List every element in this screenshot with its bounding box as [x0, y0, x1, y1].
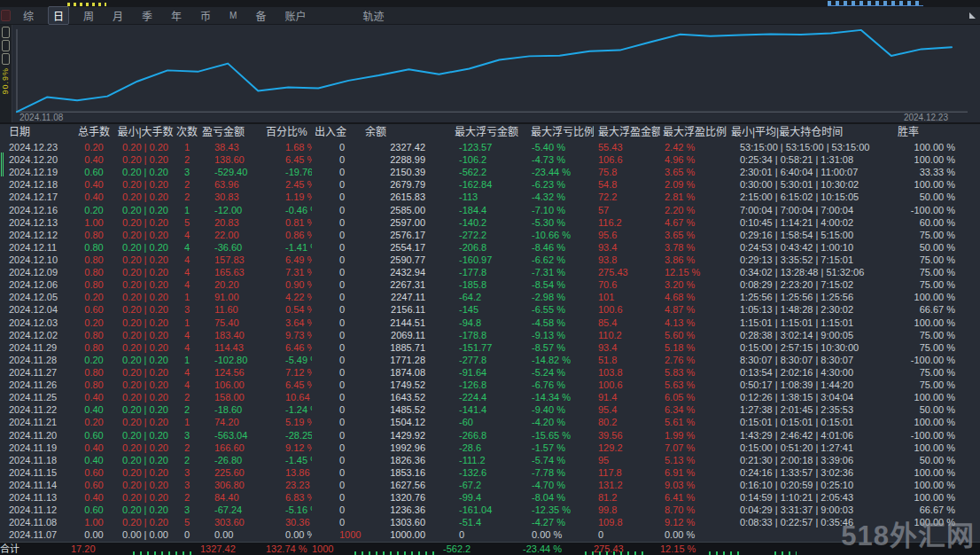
table-row[interactable]: 2024.11.070.000.00 | 0.0000.000.00 %1000… [0, 528, 980, 541]
table-row[interactable]: 2024.11.220.400.20 | 0.202-18.60-1.24 %0… [0, 403, 980, 416]
tab-trajectory[interactable]: 轨迹 [362, 8, 384, 23]
header-lots[interactable]: 总手数 [71, 124, 117, 141]
cell-max-float-profit-pct: 5.61 % [660, 416, 727, 428]
header-balance[interactable]: 余额 [363, 124, 443, 141]
cell-date: 2024.11.19 [0, 442, 71, 454]
table-row[interactable]: 2024.11.180.400.20 | 0.202-26.80-1.45 %0… [0, 454, 980, 466]
cell-max-float-loss-pct: -8.46 % [523, 241, 594, 254]
side-strip-box-1[interactable] [2, 27, 10, 38]
cell-date: 2024.11.25 [0, 391, 71, 403]
cell-win-rate: 33.33 % [882, 166, 980, 178]
table-row[interactable]: 2024.12.131.000.20 | 0.20520.830.81 %025… [0, 216, 980, 229]
toolbar-tab[interactable]: 月 [108, 7, 128, 24]
cell-date: 2024.12.20 [0, 153, 71, 166]
table-row[interactable]: 2024.12.160.200.20 | 0.201-12.00-0.46 %0… [0, 204, 980, 216]
cell-hold-time: 53:15:00 | 53:15:00 | 53:15:00 [727, 141, 882, 153]
cell-pnl: 91.00 [200, 291, 266, 303]
table-row[interactable]: 2024.12.200.400.20 | 0.202138.606.45 %02… [0, 153, 980, 166]
header-max-float-loss-pct[interactable]: 最大浮亏比例 [523, 124, 594, 141]
side-strip-box-3[interactable] [2, 53, 10, 65]
cell-win-rate: 100.00 % [882, 141, 980, 153]
header-hold-time[interactable]: 最小|平均|最大持仓时间 [727, 124, 882, 141]
cell-count: 1 [174, 141, 200, 153]
table-row[interactable]: 2024.12.100.800.20 | 0.204157.836.49 %02… [0, 254, 980, 266]
cell-win-rate: 75.00 % [882, 229, 980, 241]
table-row[interactable]: 2024.11.210.200.20 | 0.20174.205.19 %015… [0, 416, 980, 428]
cell-win-rate: 100.00 % [882, 479, 980, 491]
table-row[interactable]: 2024.11.260.800.20 | 0.204106.006.45 %01… [0, 379, 980, 391]
cell-count: 5 [174, 216, 200, 229]
table-row[interactable]: 2024.11.130.400.20 | 0.20284.406.83 %013… [0, 491, 980, 504]
cell-win-rate: 50.00 % [882, 454, 980, 466]
toolbar-tab[interactable]: 币 [196, 7, 215, 24]
table-row[interactable]: 2024.12.050.200.20 | 0.20191.004.22 %022… [0, 291, 980, 303]
table-row[interactable]: 2024.11.140.600.20 | 0.203306.8023.23 %0… [0, 479, 980, 491]
table-row[interactable]: 2024.11.290.800.20 | 0.204114.436.46 %01… [0, 341, 980, 354]
toolbar-tab[interactable]: 日 [48, 6, 69, 25]
table-row[interactable]: 2024.12.090.800.20 | 0.204165.637.31 %02… [0, 266, 980, 278]
cell-lots: 0.80 [71, 266, 117, 278]
table-row[interactable]: 2024.11.190.400.20 | 0.202166.609.12 %01… [0, 442, 980, 454]
cell-hold-time: 0:50:17 | 1:08:39 | 1:44:20 [727, 379, 882, 391]
table-row[interactable]: 2024.11.120.600.20 | 0.203-67.24-5.16 %0… [0, 504, 980, 516]
cell-max-float-profit-pct: 7.07 % [660, 442, 727, 454]
cell-max-float-loss: -51.4 [443, 516, 523, 528]
header-min-max-lots[interactable]: 最小|大手数 [117, 124, 174, 141]
table-row[interactable]: 2024.12.030.200.20 | 0.20175.403.64 %021… [0, 317, 980, 329]
table-row[interactable]: 2024.11.250.400.20 | 0.202158.0010.64 %0… [0, 391, 980, 403]
clipped-blue-link-fragment[interactable] [828, 1, 923, 6]
header-in-out[interactable]: 出入金 [312, 124, 363, 141]
header-max-float-profit-pct[interactable]: 最大浮盈比例 [660, 124, 727, 141]
side-strip-box-2[interactable] [2, 40, 10, 51]
cell-hold-time: 0:30:00 | 5:30:01 | 10:30:02 [727, 178, 882, 191]
table-row[interactable]: 2024.12.110.800.20 | 0.204-36.60-1.41 %0… [0, 241, 980, 254]
toolbar-tab[interactable]: 综 [19, 7, 38, 24]
cell-hold-time: 1:27:38 | 2:01:45 | 2:35:53 [727, 403, 882, 416]
toolbar-tab[interactable]: 备 [251, 7, 270, 24]
cell-pct: -1.45 % [266, 454, 312, 466]
table-row[interactable]: 2024.11.200.600.20 | 0.203-563.04-28.25 … [0, 429, 980, 442]
table-row[interactable]: 2024.11.270.800.20 | 0.204124.567.12 %01… [0, 366, 980, 379]
cell-max-float-loss: -28.6 [443, 442, 523, 454]
header-date[interactable]: 日期 [0, 124, 71, 141]
row-scroll-indicator[interactable] [1, 152, 4, 176]
cell-pct: 1.19 % [266, 191, 312, 203]
cell-max-float-profit-pct: 5.13 % [660, 454, 727, 466]
header-pct[interactable]: 百分比% [266, 124, 312, 141]
cell-max-float-loss-pct: -4.32 % [523, 191, 594, 203]
toolbar-tab[interactable]: M [225, 10, 241, 21]
header-win-rate[interactable]: 胜率 [882, 124, 980, 141]
toolbar-tab[interactable]: 账户 [280, 7, 310, 24]
header-pnl[interactable]: 盈亏金额 [200, 124, 266, 141]
table-row[interactable]: 2024.11.150.600.20 | 0.203225.6013.86 %0… [0, 466, 980, 479]
header-count[interactable]: 次数 [174, 124, 200, 141]
cell-pnl: 124.56 [200, 366, 266, 379]
table-row[interactable]: 2024.12.190.600.20 | 0.203-529.40-19.76 … [0, 166, 980, 178]
cell-pnl: 106.00 [200, 379, 266, 391]
toolbar-tab[interactable]: 周 [79, 7, 98, 24]
cell-balance: 1771.28 [363, 354, 443, 366]
table-row[interactable]: 2024.12.120.800.20 | 0.20422.000.86 %025… [0, 229, 980, 241]
table-row[interactable]: 2024.12.040.600.20 | 0.20311.600.54 %021… [0, 303, 980, 316]
cell-max-float-profit: 110.2 [594, 329, 660, 341]
cell-max-float-profit-pct: 4.68 % [660, 291, 727, 303]
cell-lots: 0.20 [71, 204, 117, 216]
toolbar-tab[interactable]: 年 [167, 7, 186, 24]
cell-min-max-lots: 0.20 | 0.20 [117, 216, 174, 229]
cell-pnl: 22.00 [200, 229, 266, 241]
table-row[interactable]: 2024.12.060.800.20 | 0.20420.200.90 %022… [0, 278, 980, 291]
table-row[interactable]: 2024.12.230.200.20 | 0.20138.431.68 %023… [0, 141, 980, 153]
cell-balance: 2267.31 [363, 278, 443, 291]
toolbar-tab[interactable]: 季 [137, 7, 157, 24]
scroll-corner-icon[interactable] [969, 12, 976, 19]
cell-win-rate: 100.00 % [882, 442, 980, 454]
table-row[interactable]: 2024.12.170.400.20 | 0.20230.831.19 %026… [0, 191, 980, 203]
table-row[interactable]: 2024.12.020.800.20 | 0.204183.409.73 %02… [0, 329, 980, 341]
table-row[interactable]: 2024.12.180.400.20 | 0.20263.962.45 %026… [0, 178, 980, 191]
table-row[interactable]: 2024.11.081.000.20 | 0.205303.6030.36 %0… [0, 516, 980, 528]
cell-max-float-loss: -126.8 [443, 379, 523, 391]
table-row[interactable]: 2024.11.280.200.20 | 0.201-102.80-5.49 %… [0, 354, 980, 366]
cell-lots: 0.20 [71, 317, 117, 329]
header-max-float-profit[interactable]: 最大浮盈金额 [594, 124, 660, 141]
header-max-float-loss[interactable]: 最大浮亏金额 [443, 124, 523, 141]
